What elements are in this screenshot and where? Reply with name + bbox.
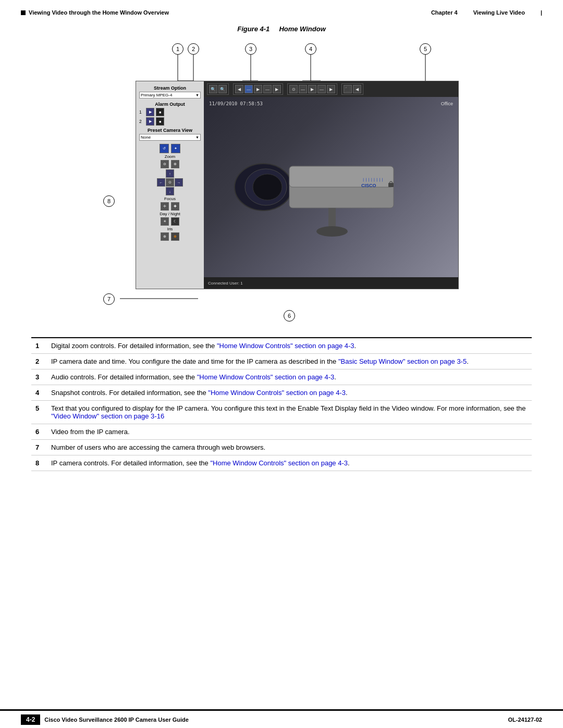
alarm-2-btn-a[interactable]: ▶ bbox=[146, 117, 154, 126]
toolbar-snap-2[interactable]: — bbox=[299, 85, 307, 93]
toolbar-audio-4[interactable]: — bbox=[263, 85, 272, 93]
callout-4: 4 bbox=[305, 43, 316, 55]
desc-row-7: 7 Number of users who are accessing the … bbox=[31, 440, 532, 455]
stream-value: Primary MPEG-4 bbox=[141, 93, 172, 97]
preset-value: None bbox=[141, 135, 151, 140]
toolbar-zoom-in[interactable]: 🔍 bbox=[209, 85, 217, 93]
svg-rect-16 bbox=[328, 208, 336, 229]
pan-grid: ↑ ← ⊙ → ↓ bbox=[139, 169, 201, 195]
snapshot-toolbar-group: ⊙ — ▶ — ▶ bbox=[287, 83, 337, 95]
preset-section: Preset Camera View None ▼ bbox=[139, 128, 201, 141]
toolbar-rec-1[interactable]: ⬛ bbox=[344, 85, 352, 93]
toolbar-snap-4[interactable]: — bbox=[317, 85, 326, 93]
desc-link-4[interactable]: "Home Window Controls" section on page 4… bbox=[208, 389, 346, 397]
figure-container: 1 2 3 4 5 bbox=[104, 39, 459, 322]
callout-6: 6 bbox=[284, 310, 295, 322]
chapter-num: Chapter 4 bbox=[431, 9, 458, 16]
night-btn[interactable]: ☾ bbox=[171, 217, 179, 226]
toolbar-audio-5[interactable]: ▶ bbox=[273, 85, 281, 93]
svg-rect-15 bbox=[388, 183, 394, 187]
alarm-output-label: Alarm Output bbox=[139, 102, 201, 107]
focus-btn-2[interactable]: ✚ bbox=[171, 202, 179, 211]
main-content: Figure 4-1 Home Window 1 2 3 4 5 bbox=[0, 20, 563, 482]
callout-row-top: 1 2 3 4 5 bbox=[120, 39, 454, 81]
preset-dropdown[interactable]: None ▼ bbox=[139, 134, 201, 141]
toolbar-rec-2[interactable]: ◀ bbox=[353, 85, 361, 93]
zoom-toolbar-group: 🔍 🔍 bbox=[207, 83, 229, 95]
toolbar-audio-2[interactable]: — bbox=[244, 85, 253, 93]
iris-btn-2[interactable]: ⊕ bbox=[171, 232, 179, 241]
camera-toolbar: 🔍 🔍 ◀ — ▶ — ▶ ⊙ — ▶ bbox=[204, 81, 458, 97]
desc-link-8[interactable]: "Home Window Controls" section on page 4… bbox=[210, 459, 348, 467]
preset-icons: ↺ ✦ bbox=[139, 144, 201, 153]
pan-n-btn[interactable]: ↑ bbox=[166, 169, 174, 178]
desc-num-1: 1 bbox=[31, 338, 47, 354]
iris-label: Iris bbox=[139, 227, 201, 231]
desc-link-2[interactable]: "Basic Setup Window" section on page 3-5 bbox=[338, 357, 467, 365]
desc-num-2: 2 bbox=[31, 354, 47, 369]
toolbar-snap-3[interactable]: ▶ bbox=[308, 85, 316, 93]
desc-num-6: 6 bbox=[31, 424, 47, 440]
svg-text:CISCO: CISCO bbox=[361, 183, 376, 188]
callout-7-line bbox=[120, 289, 381, 310]
black-square-icon bbox=[21, 10, 26, 15]
video-timestamp: 11/09/2010 07:58:53 bbox=[209, 101, 263, 106]
focus-controls: ✛ ✚ bbox=[139, 202, 201, 211]
desc-link-5[interactable]: "Video Window" section on page 3-16 bbox=[51, 412, 164, 420]
status-text: Connected User: 1 bbox=[208, 281, 243, 286]
desc-text-6: Video from the IP camera. bbox=[47, 424, 532, 440]
callout-3: 3 bbox=[245, 43, 256, 55]
alarm-1-btn-a[interactable]: ▶ bbox=[146, 108, 154, 116]
focus-label: Focus bbox=[139, 196, 201, 201]
toolbar-audio-3[interactable]: ▶ bbox=[254, 85, 262, 93]
focus-btn-1[interactable]: ✛ bbox=[161, 202, 169, 211]
camera-status-bar: Connected User: 1 bbox=[204, 277, 458, 289]
toolbar-audio-1[interactable]: ◀ bbox=[235, 85, 243, 93]
preset-arrow-icon: ▼ bbox=[195, 135, 199, 139]
pan-s-btn[interactable]: ↓ bbox=[166, 187, 174, 195]
day-btn[interactable]: ☀ bbox=[161, 217, 169, 226]
callout-2: 2 bbox=[188, 43, 199, 55]
stream-dropdown[interactable]: Primary MPEG-4 ▼ bbox=[139, 92, 201, 98]
preset-camera-label: Preset Camera View bbox=[139, 128, 201, 133]
desc-row-4: 4 Snapshot controls. For detailed inform… bbox=[31, 385, 532, 401]
callout-7-row: 7 bbox=[120, 289, 459, 310]
pan-center-btn[interactable]: ⊙ bbox=[166, 178, 174, 187]
toolbar-snap-5[interactable]: ▶ bbox=[327, 85, 335, 93]
footer-doc-title: Cisco Video Surveillance 2600 IP Camera … bbox=[44, 717, 189, 723]
desc-row-6: 6 Video from the IP camera. bbox=[31, 424, 532, 440]
footer-left: 4-2 Cisco Video Surveillance 2600 IP Cam… bbox=[21, 714, 189, 725]
svg-point-10 bbox=[253, 174, 282, 200]
desc-link-3[interactable]: "Home Window Controls" section on page 4… bbox=[197, 373, 335, 381]
dropdown-arrow-icon: ▼ bbox=[195, 93, 199, 97]
zoom-label: Zoom bbox=[139, 154, 201, 159]
toolbar-snap-1[interactable]: ⊙ bbox=[289, 85, 298, 93]
preset-icon-1[interactable]: ↺ bbox=[160, 144, 169, 153]
camera-ui-wrapper: 8 Stream Option Primary MPEG-4 ▼ Alarm O… bbox=[120, 81, 459, 322]
stream-option-label: Stream Option bbox=[139, 85, 201, 91]
desc-row-3: 3 Audio controls. For detailed informati… bbox=[31, 369, 532, 385]
alarm-1-btn-b[interactable]: ■ bbox=[156, 108, 164, 116]
desc-text-2: IP camera date and time. You configure t… bbox=[47, 354, 532, 369]
zoom-controls: ⊖ ⊕ bbox=[139, 160, 201, 168]
header-bar: | bbox=[541, 9, 542, 16]
iris-btn-1[interactable]: ⊕ bbox=[161, 232, 169, 241]
zoom-out-btn[interactable]: ⊖ bbox=[161, 160, 169, 168]
callout-lines-svg bbox=[120, 39, 454, 81]
toolbar-zoom-out[interactable]: 🔍 bbox=[218, 85, 227, 93]
desc-row-8: 8 IP camera controls. For detailed infor… bbox=[31, 455, 532, 471]
desc-num-8: 8 bbox=[31, 455, 47, 471]
preset-icon-2[interactable]: ✦ bbox=[171, 144, 180, 153]
pan-w-btn[interactable]: ← bbox=[157, 178, 165, 187]
camera-illustration: |||||||| CISCO bbox=[232, 135, 430, 239]
desc-num-7: 7 bbox=[31, 440, 47, 455]
zoom-in-btn[interactable]: ⊕ bbox=[171, 160, 179, 168]
svg-point-17 bbox=[316, 226, 348, 237]
desc-link-1[interactable]: "Home Window Controls" section on page 4… bbox=[217, 342, 354, 350]
pan-e-btn[interactable]: → bbox=[175, 178, 183, 187]
day-night-controls: ☀ ☾ bbox=[139, 217, 201, 226]
alarm-2-btn-b[interactable]: ■ bbox=[156, 117, 164, 126]
camera-main: 🔍 🔍 ◀ — ▶ — ▶ ⊙ — ▶ bbox=[204, 81, 458, 289]
desc-row-1: 1 Digital zoom controls. For detailed in… bbox=[31, 338, 532, 354]
alarm-row-1: 1 ▶ ■ bbox=[139, 108, 201, 116]
